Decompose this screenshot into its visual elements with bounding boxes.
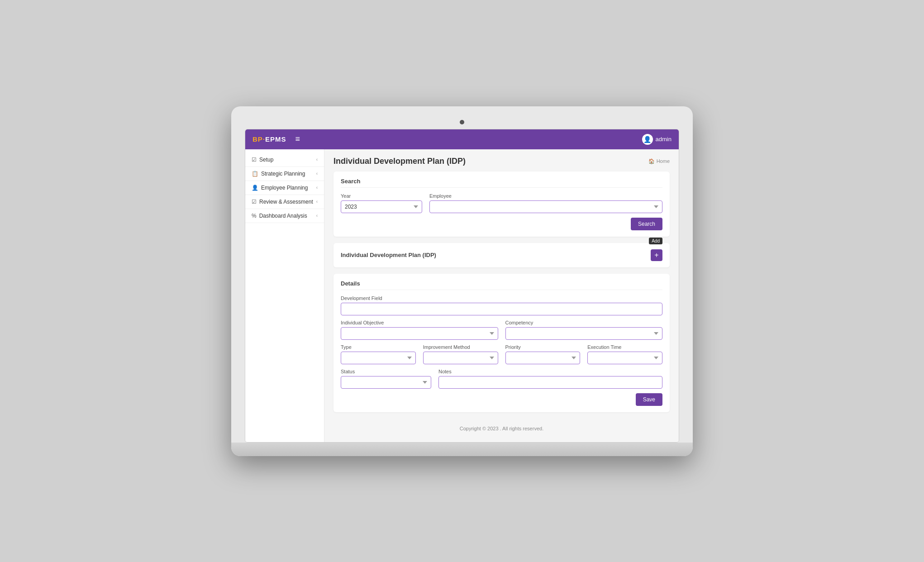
sidebar-label-review-assessment: Review & Assessment <box>259 199 313 205</box>
development-field-input[interactable] <box>341 303 662 315</box>
sidebar-item-setup[interactable]: ☑ Setup ‹ <box>245 153 324 167</box>
details-section-title: Details <box>341 280 662 290</box>
improvement-method-select[interactable] <box>423 352 498 364</box>
sidebar-item-strategic-planning[interactable]: 📋 Strategic Planning ‹ <box>245 167 324 181</box>
notes-input[interactable] <box>438 376 662 389</box>
individual-objective-label: Individual Objective <box>341 320 498 325</box>
laptop-base <box>231 443 693 456</box>
strategic-planning-icon: 📋 <box>252 171 258 177</box>
idp-section-title: Individual Development Plan (IDP) <box>341 252 436 258</box>
execution-time-select[interactable] <box>587 352 662 364</box>
sidebar-label-dashboard-analysis: Dashboard Analysis <box>259 213 307 219</box>
type-label: Type <box>341 344 416 350</box>
breadcrumb: 🏠 Home <box>648 158 670 164</box>
sidebar: ☑ Setup ‹ 📋 Strategic Planning ‹ 👤 Emp <box>245 149 324 442</box>
sidebar-label-strategic-planning: Strategic Planning <box>261 171 305 177</box>
hamburger-menu[interactable]: ≡ <box>295 134 300 144</box>
sidebar-label-employee-planning: Employee Planning <box>261 185 308 191</box>
review-assessment-icon: ☑ <box>252 199 257 205</box>
search-section-title: Search <box>341 178 662 188</box>
search-card: Search Year 2023 Employee <box>333 171 670 237</box>
add-tooltip: Add <box>649 238 662 244</box>
save-button[interactable]: Save <box>636 393 662 406</box>
type-select[interactable] <box>341 352 416 364</box>
details-card: Details Development Field Individual Obj… <box>333 274 670 412</box>
year-select[interactable]: 2023 <box>341 200 422 213</box>
employee-label: Employee <box>429 193 662 199</box>
status-select[interactable] <box>341 376 431 389</box>
add-button[interactable]: + Add <box>651 249 662 261</box>
brand-logo: BP·EPMS <box>252 135 286 143</box>
search-button[interactable]: Search <box>631 218 662 230</box>
dashboard-chevron: ‹ <box>316 213 318 218</box>
notes-label: Notes <box>438 369 662 374</box>
employee-planning-chevron: ‹ <box>316 185 318 190</box>
setup-icon: ☑ <box>252 157 257 163</box>
home-icon: 🏠 <box>648 158 655 164</box>
sidebar-label-setup: Setup <box>259 157 273 163</box>
competency-label: Competency <box>505 320 663 325</box>
sidebar-item-employee-planning[interactable]: 👤 Employee Planning ‹ <box>245 181 324 195</box>
priority-select[interactable] <box>505 352 581 364</box>
laptop-camera <box>460 120 464 124</box>
sidebar-item-review-assessment[interactable]: ☑ Review & Assessment ‹ <box>245 195 324 209</box>
priority-label: Priority <box>505 344 581 350</box>
status-label: Status <box>341 369 431 374</box>
strategic-chevron: ‹ <box>316 171 318 176</box>
execution-time-label: Execution Time <box>587 344 662 350</box>
user-info: 👤 admin <box>642 134 672 145</box>
competency-select[interactable] <box>505 327 663 340</box>
employee-planning-icon: 👤 <box>252 185 258 191</box>
page-header: Individual Development Plan (IDP) 🏠 Home <box>333 157 670 166</box>
breadcrumb-home: Home <box>657 158 670 164</box>
setup-chevron: ‹ <box>316 157 318 162</box>
idp-card: Individual Development Plan (IDP) + Add <box>333 243 670 267</box>
employee-select[interactable] <box>429 200 662 213</box>
footer: Copyright © 2023 . All rights reserved. <box>333 419 670 435</box>
page-title: Individual Development Plan (IDP) <box>333 157 466 166</box>
individual-objective-select[interactable] <box>341 327 498 340</box>
user-avatar-icon: 👤 <box>642 134 653 145</box>
review-assessment-chevron: ‹ <box>316 199 318 204</box>
top-nav: BP·EPMS ≡ 👤 admin <box>245 129 679 149</box>
user-label: admin <box>656 136 672 143</box>
improvement-method-label: Improvement Method <box>423 344 498 350</box>
development-field-label: Development Field <box>341 295 662 301</box>
idp-header: Individual Development Plan (IDP) + Add <box>341 249 662 261</box>
dashboard-analysis-icon: % <box>252 213 257 219</box>
year-label: Year <box>341 193 422 199</box>
main-content: Individual Development Plan (IDP) 🏠 Home… <box>324 149 679 442</box>
sidebar-item-dashboard-analysis[interactable]: % Dashboard Analysis ‹ <box>245 209 324 223</box>
